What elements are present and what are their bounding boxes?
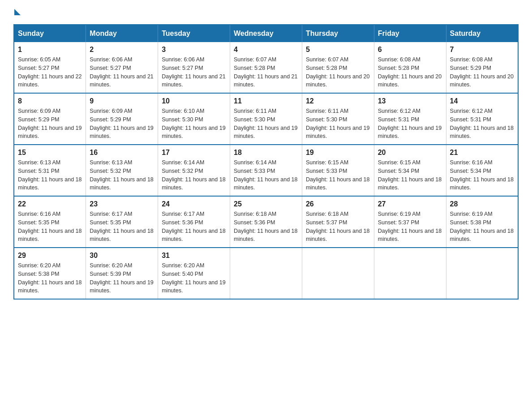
day-info: Sunrise: 6:11 AMSunset: 5:30 PMDaylight:… <box>234 107 298 141</box>
calendar-day-cell: 23Sunrise: 6:17 AMSunset: 5:35 PMDayligh… <box>86 196 158 248</box>
day-number: 17 <box>162 149 226 157</box>
day-info: Sunrise: 6:17 AMSunset: 5:36 PMDaylight:… <box>162 210 226 244</box>
calendar-day-cell: 14Sunrise: 6:12 AMSunset: 5:31 PMDayligh… <box>446 93 518 145</box>
day-number: 31 <box>162 252 226 260</box>
day-number: 21 <box>450 149 514 157</box>
calendar-day-cell: 12Sunrise: 6:11 AMSunset: 5:30 PMDayligh… <box>302 93 374 145</box>
day-info: Sunrise: 6:20 AMSunset: 5:39 PMDaylight:… <box>90 261 154 295</box>
calendar-day-cell: 15Sunrise: 6:13 AMSunset: 5:31 PMDayligh… <box>14 145 86 196</box>
calendar-day-cell: 31Sunrise: 6:20 AMSunset: 5:40 PMDayligh… <box>158 248 230 299</box>
day-number: 26 <box>306 200 370 208</box>
day-info: Sunrise: 6:09 AMSunset: 5:29 PMDaylight:… <box>90 107 154 141</box>
day-info: Sunrise: 6:16 AMSunset: 5:34 PMDaylight:… <box>450 158 514 192</box>
calendar-day-cell: 30Sunrise: 6:20 AMSunset: 5:39 PMDayligh… <box>86 248 158 299</box>
day-number: 3 <box>162 46 226 54</box>
day-info: Sunrise: 6:08 AMSunset: 5:28 PMDaylight:… <box>378 56 442 89</box>
calendar-day-header: Thursday <box>302 25 374 42</box>
calendar-day-cell: 17Sunrise: 6:14 AMSunset: 5:32 PMDayligh… <box>158 145 230 196</box>
day-info: Sunrise: 6:18 AMSunset: 5:37 PMDaylight:… <box>306 210 370 244</box>
day-number: 12 <box>306 97 370 105</box>
calendar-day-cell <box>374 248 446 299</box>
calendar-week-row: 15Sunrise: 6:13 AMSunset: 5:31 PMDayligh… <box>14 145 518 196</box>
calendar-day-cell: 1Sunrise: 6:05 AMSunset: 5:27 PMDaylight… <box>14 42 86 93</box>
calendar-week-row: 22Sunrise: 6:16 AMSunset: 5:35 PMDayligh… <box>14 196 518 248</box>
day-info: Sunrise: 6:06 AMSunset: 5:27 PMDaylight:… <box>90 56 154 89</box>
day-info: Sunrise: 6:14 AMSunset: 5:32 PMDaylight:… <box>162 158 226 192</box>
day-info: Sunrise: 6:12 AMSunset: 5:31 PMDaylight:… <box>450 107 514 141</box>
day-number: 24 <box>162 200 226 208</box>
day-info: Sunrise: 6:07 AMSunset: 5:28 PMDaylight:… <box>306 56 370 89</box>
day-number: 13 <box>378 97 442 105</box>
calendar-day-cell: 25Sunrise: 6:18 AMSunset: 5:36 PMDayligh… <box>230 196 302 248</box>
day-number: 4 <box>234 46 298 54</box>
calendar-day-cell: 10Sunrise: 6:10 AMSunset: 5:30 PMDayligh… <box>158 93 230 145</box>
calendar-day-cell <box>446 248 518 299</box>
calendar-day-cell: 27Sunrise: 6:19 AMSunset: 5:37 PMDayligh… <box>374 196 446 248</box>
day-info: Sunrise: 6:15 AMSunset: 5:33 PMDaylight:… <box>306 158 370 192</box>
day-number: 6 <box>378 46 442 54</box>
day-info: Sunrise: 6:10 AMSunset: 5:30 PMDaylight:… <box>162 107 226 141</box>
calendar-week-row: 8Sunrise: 6:09 AMSunset: 5:29 PMDaylight… <box>14 93 518 145</box>
day-number: 16 <box>90 149 154 157</box>
day-info: Sunrise: 6:18 AMSunset: 5:36 PMDaylight:… <box>234 210 298 244</box>
calendar-day-cell: 5Sunrise: 6:07 AMSunset: 5:28 PMDaylight… <box>302 42 374 93</box>
day-number: 29 <box>18 252 82 260</box>
day-number: 2 <box>90 46 154 54</box>
day-number: 20 <box>378 149 442 157</box>
calendar-header-row: SundayMondayTuesdayWednesdayThursdayFrid… <box>14 25 518 42</box>
logo <box>13 9 21 15</box>
logo-arrow-icon <box>14 9 21 15</box>
calendar-day-cell: 4Sunrise: 6:07 AMSunset: 5:28 PMDaylight… <box>230 42 302 93</box>
day-info: Sunrise: 6:05 AMSunset: 5:27 PMDaylight:… <box>18 56 82 89</box>
calendar-day-cell: 11Sunrise: 6:11 AMSunset: 5:30 PMDayligh… <box>230 93 302 145</box>
calendar-day-cell: 6Sunrise: 6:08 AMSunset: 5:28 PMDaylight… <box>374 42 446 93</box>
calendar-day-cell: 19Sunrise: 6:15 AMSunset: 5:33 PMDayligh… <box>302 145 374 196</box>
calendar-day-cell <box>230 248 302 299</box>
calendar-day-cell: 28Sunrise: 6:19 AMSunset: 5:38 PMDayligh… <box>446 196 518 248</box>
calendar-day-cell: 26Sunrise: 6:18 AMSunset: 5:37 PMDayligh… <box>302 196 374 248</box>
day-info: Sunrise: 6:07 AMSunset: 5:28 PMDaylight:… <box>234 56 298 89</box>
calendar-week-row: 1Sunrise: 6:05 AMSunset: 5:27 PMDaylight… <box>14 42 518 93</box>
day-info: Sunrise: 6:08 AMSunset: 5:29 PMDaylight:… <box>450 56 514 89</box>
day-info: Sunrise: 6:14 AMSunset: 5:33 PMDaylight:… <box>234 158 298 192</box>
day-number: 19 <box>306 149 370 157</box>
day-info: Sunrise: 6:12 AMSunset: 5:31 PMDaylight:… <box>378 107 442 141</box>
day-number: 9 <box>90 97 154 105</box>
calendar-day-cell: 29Sunrise: 6:20 AMSunset: 5:38 PMDayligh… <box>14 248 86 299</box>
day-number: 10 <box>162 97 226 105</box>
calendar-day-header: Saturday <box>446 25 518 42</box>
day-number: 30 <box>90 252 154 260</box>
calendar-week-row: 29Sunrise: 6:20 AMSunset: 5:38 PMDayligh… <box>14 248 518 299</box>
calendar-day-cell: 7Sunrise: 6:08 AMSunset: 5:29 PMDaylight… <box>446 42 518 93</box>
calendar-day-cell: 13Sunrise: 6:12 AMSunset: 5:31 PMDayligh… <box>374 93 446 145</box>
calendar-day-cell: 20Sunrise: 6:15 AMSunset: 5:34 PMDayligh… <box>374 145 446 196</box>
day-number: 15 <box>18 149 82 157</box>
calendar-day-header: Friday <box>374 25 446 42</box>
day-number: 1 <box>18 46 82 54</box>
calendar-day-cell: 24Sunrise: 6:17 AMSunset: 5:36 PMDayligh… <box>158 196 230 248</box>
day-number: 27 <box>378 200 442 208</box>
calendar-day-cell <box>302 248 374 299</box>
day-number: 8 <box>18 97 82 105</box>
day-number: 28 <box>450 200 514 208</box>
day-number: 11 <box>234 97 298 105</box>
day-info: Sunrise: 6:15 AMSunset: 5:34 PMDaylight:… <box>378 158 442 192</box>
day-info: Sunrise: 6:13 AMSunset: 5:31 PMDaylight:… <box>18 158 82 192</box>
day-number: 7 <box>450 46 514 54</box>
calendar-day-cell: 2Sunrise: 6:06 AMSunset: 5:27 PMDaylight… <box>86 42 158 93</box>
calendar-day-cell: 3Sunrise: 6:06 AMSunset: 5:27 PMDaylight… <box>158 42 230 93</box>
day-info: Sunrise: 6:11 AMSunset: 5:30 PMDaylight:… <box>306 107 370 141</box>
calendar-day-header: Tuesday <box>158 25 230 42</box>
day-number: 25 <box>234 200 298 208</box>
calendar-table: SundayMondayTuesdayWednesdayThursdayFrid… <box>13 24 519 300</box>
day-info: Sunrise: 6:06 AMSunset: 5:27 PMDaylight:… <box>162 56 226 89</box>
day-info: Sunrise: 6:16 AMSunset: 5:35 PMDaylight:… <box>18 210 82 244</box>
day-info: Sunrise: 6:13 AMSunset: 5:32 PMDaylight:… <box>90 158 154 192</box>
page-header <box>13 9 519 15</box>
day-info: Sunrise: 6:20 AMSunset: 5:40 PMDaylight:… <box>162 261 226 295</box>
day-number: 14 <box>450 97 514 105</box>
calendar-day-header: Monday <box>86 25 158 42</box>
day-number: 22 <box>18 200 82 208</box>
calendar-day-cell: 21Sunrise: 6:16 AMSunset: 5:34 PMDayligh… <box>446 145 518 196</box>
calendar-day-cell: 16Sunrise: 6:13 AMSunset: 5:32 PMDayligh… <box>86 145 158 196</box>
